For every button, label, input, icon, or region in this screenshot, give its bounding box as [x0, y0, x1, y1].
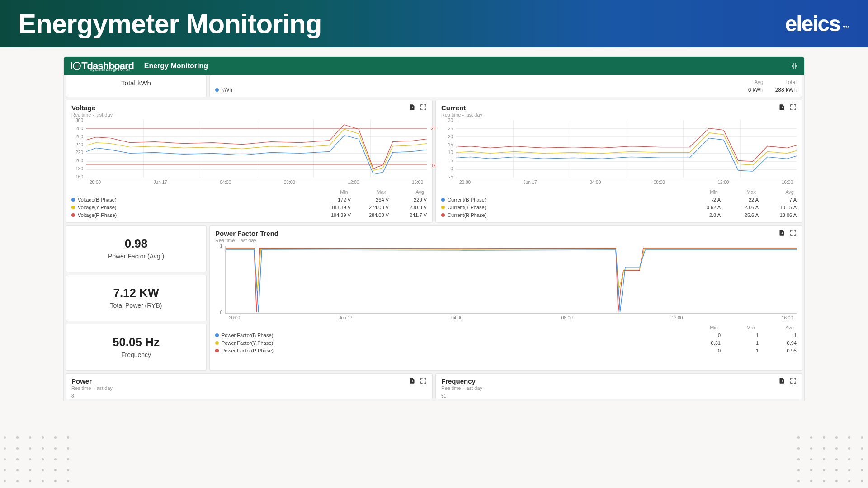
- frequency-panel: Frequency Realtime - last day 51: [435, 373, 802, 399]
- presentation-banner: Energymeter Monitoring eleics ™: [0, 0, 868, 47]
- voltage-panel: Voltage Realtime - last day 300280260240…: [66, 100, 433, 223]
- dot-icon: [441, 198, 445, 202]
- total-kwh-card: Total kWh: [66, 75, 207, 97]
- panel-subtitle: Realtime - last day: [215, 238, 278, 243]
- panel-subtitle: Realtime - last day: [441, 112, 482, 117]
- current-legend-table: MinMaxAvgCurrent(B Phase)-2 A22 A7 ACurr…: [441, 189, 797, 218]
- panel-title: Power Factor Trend: [215, 230, 278, 237]
- expand-icon[interactable]: [790, 104, 797, 111]
- legend-row: Power Factor(Y Phase)0.3110.94: [215, 340, 797, 346]
- expand-icon[interactable]: [790, 377, 797, 384]
- current-chart[interactable]: 302520151050-5 20:00Jun 1704:0008:0012:0…: [441, 120, 797, 185]
- power-factor-trend-panel: Power Factor Trend Realtime - last day 1…: [209, 225, 802, 371]
- legend-row: Current(Y Phase)0.62 A23.6 A10.15 A: [441, 205, 797, 210]
- voltage-chart[interactable]: 300280260240220200180160 280 190: [71, 120, 427, 185]
- dot-icon: [215, 88, 219, 92]
- dot-icon: [215, 333, 219, 337]
- legend-row: Voltage(Y Phase)183.39 V274.03 V230.8 V: [71, 205, 427, 210]
- voltage-legend-table: MinMaxAvgVoltage(B Phase)172 V264 V220 V…: [71, 189, 427, 218]
- legend-row: Current(B Phase)-2 A22 A7 A: [441, 197, 797, 202]
- current-panel: Current Realtime - last day 302520151050…: [435, 100, 802, 223]
- expand-icon[interactable]: [420, 377, 427, 384]
- dots-deco: [797, 436, 864, 483]
- panel-subtitle: Realtime - last day: [71, 385, 113, 391]
- kwh-summary-panel: kWh Avg6 kWh Total288 kWh: [209, 75, 802, 97]
- legend-row: Voltage(B Phase)172 V264 V220 V: [71, 197, 427, 202]
- panel-subtitle: Realtime - last day: [71, 112, 113, 117]
- panel-subtitle: Realtime - last day: [441, 385, 482, 391]
- dashboard-header: ITdashboard by Eleics Design Pvt. Ltd. E…: [64, 57, 804, 75]
- dot-icon: [71, 206, 75, 209]
- frequency-card: 50.05 Hz Frequency: [66, 324, 207, 371]
- expand-icon[interactable]: [790, 230, 797, 236]
- kwh-legend: kWh: [215, 87, 232, 93]
- dots-deco: [4, 436, 71, 483]
- legend-row: Power Factor(B Phase)011: [215, 333, 797, 338]
- dot-icon: [441, 206, 445, 209]
- expand-icon[interactable]: [420, 104, 427, 111]
- legend-row: Voltage(R Phase)194.39 V284.03 V241.7 V: [71, 212, 427, 218]
- download-icon[interactable]: [778, 230, 785, 236]
- kwh-total: 288 kWh: [775, 87, 797, 93]
- panel-title: Power: [71, 377, 113, 385]
- logo-subtitle: by Eleics Design Pvt. Ltd.: [90, 68, 132, 72]
- power-panel: Power Realtime - last day 8: [66, 373, 433, 399]
- pf-legend-table: MinMaxAvgPower Factor(B Phase)011Power F…: [215, 325, 797, 353]
- download-icon[interactable]: [409, 104, 415, 111]
- legend-row: Power Factor(R Phase)010.95: [215, 348, 797, 353]
- panel-title: Frequency: [441, 377, 482, 385]
- power-factor-card: 0.98 Power Factor (Avg.): [66, 225, 207, 272]
- pf-chart[interactable]: 1 0 20:00Jun 1704:0008:0012:0016:00: [215, 246, 797, 320]
- brand-logo: eleics ™: [785, 11, 850, 36]
- download-icon[interactable]: [778, 104, 785, 111]
- globe-icon: [73, 62, 81, 70]
- page-title: Energy Monitoring: [144, 62, 208, 70]
- banner-title: Energymeter Monitoring: [18, 8, 321, 39]
- download-icon[interactable]: [778, 377, 785, 384]
- dashboard-frame: ITdashboard by Eleics Design Pvt. Ltd. E…: [63, 56, 805, 401]
- panel-title: Current: [441, 104, 482, 112]
- download-icon[interactable]: [409, 377, 415, 384]
- dot-icon: [71, 213, 75, 217]
- legend-row: Current(R Phase)2.8 A25.6 A13.06 A: [441, 212, 797, 218]
- kwh-avg: 6 kWh: [748, 87, 764, 93]
- dot-icon: [441, 213, 445, 217]
- collapse-icon[interactable]: [791, 62, 798, 70]
- dot-icon: [215, 349, 219, 352]
- dot-icon: [71, 198, 75, 202]
- panel-title: Voltage: [71, 104, 113, 112]
- dot-icon: [215, 341, 219, 345]
- total-power-card: 7.12 KW Total Power (RYB): [66, 275, 207, 321]
